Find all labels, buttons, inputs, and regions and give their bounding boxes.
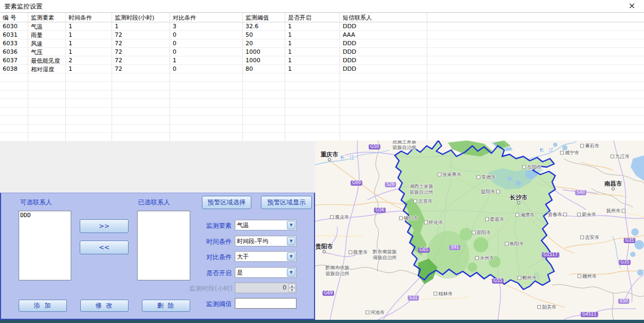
close-icon[interactable]: × xyxy=(629,1,635,11)
table-row[interactable] xyxy=(0,82,644,90)
table-row[interactable] xyxy=(0,99,644,107)
table-cell: 2 xyxy=(66,56,112,64)
city-marker-icon xyxy=(563,213,567,217)
enabled-select[interactable]: 是 ▼ xyxy=(235,267,296,278)
chevron-down-icon[interactable]: ▼ xyxy=(287,221,295,229)
table-row[interactable]: 6033风速1720201DDD xyxy=(0,39,644,48)
form-row-time-cond: 时间条件 时间段-平均 ▼ xyxy=(1,236,316,247)
title-bar: 要素监控设置 × xyxy=(0,0,644,12)
city-name: 益阳市 xyxy=(481,188,495,195)
table-cell xyxy=(340,133,427,141)
table-cell xyxy=(170,73,243,81)
city-name: 咸宁市 xyxy=(565,150,579,156)
window-title: 要素监控设置 xyxy=(4,2,43,11)
table-row[interactable]: 6037最低能见度272110001DDD xyxy=(0,56,644,65)
city-label: 九江市 xyxy=(611,153,630,160)
compare-select[interactable]: 大于 ▼ xyxy=(235,251,296,262)
table-cell: 1 xyxy=(285,65,340,73)
table-row[interactable] xyxy=(0,90,644,99)
city-marker-icon xyxy=(438,173,442,177)
table-row[interactable] xyxy=(0,107,644,116)
city-name: 黄石市 xyxy=(585,143,599,150)
table-row[interactable]: 6031雨量1720501AAA xyxy=(0,31,644,39)
table-cell: 72 xyxy=(112,56,170,64)
city-name: 黔东南苗族 侗族自治州 xyxy=(373,249,397,261)
time-cond-select[interactable]: 时间段-平均 ▼ xyxy=(235,236,296,246)
warning-area-select-button[interactable]: 预警区域选择 xyxy=(202,196,251,209)
chevron-down-icon[interactable]: ▼ xyxy=(287,237,295,245)
city-label: 岳阳市 xyxy=(522,164,541,171)
table-cell xyxy=(0,99,28,107)
city-label: 新余市 xyxy=(577,211,596,218)
period-spinner[interactable]: 0 ▲ ▼ xyxy=(235,283,296,293)
city-name: 抚州市 xyxy=(606,208,621,214)
table-row[interactable]: 6038相对湿度1720801DDD xyxy=(0,65,644,73)
table-cell xyxy=(112,133,170,141)
threshold-input[interactable] xyxy=(235,298,296,309)
city-name: 吉首市 xyxy=(418,198,433,205)
table-cell: 72 xyxy=(112,31,170,39)
chevron-down-icon[interactable]: ▼ xyxy=(287,268,295,277)
delete-button[interactable]: 删 除 xyxy=(142,300,190,312)
river-label: 长 江 xyxy=(539,147,555,154)
table-row[interactable] xyxy=(0,73,644,82)
spinner-up-icon[interactable]: ▲ xyxy=(289,284,295,288)
table-cell: 1 xyxy=(66,31,112,39)
modify-button[interactable]: 修 改 xyxy=(80,300,129,312)
table-cell xyxy=(285,133,340,141)
compare-label: 对比条件 xyxy=(189,253,232,262)
city-marker-icon xyxy=(366,311,369,314)
city-name: 贵阳市 xyxy=(316,243,333,251)
table-filler-cell xyxy=(427,13,644,22)
city-marker-icon xyxy=(537,305,541,309)
city-marker-icon xyxy=(578,275,581,278)
map-view[interactable]: 重庆市恩施土家族 苗族自治州黄石市咸宁市九江市岳阳市张家界市常德市南昌市湘西土家… xyxy=(315,140,644,320)
form-row-enabled: 是否开启 是 ▼ xyxy=(1,267,316,278)
city-label: 益阳市 xyxy=(481,188,500,195)
city-name: 黔南布依族 苗族自治州 xyxy=(326,265,350,277)
chevron-down-icon[interactable]: ▼ xyxy=(287,252,295,261)
warning-area-show-button[interactable]: 预警区域显示 xyxy=(261,196,312,209)
spinner-down-icon[interactable]: ▼ xyxy=(289,288,295,292)
table-cell: 1 xyxy=(285,31,340,39)
capital-city-label: 南昌市 xyxy=(605,180,622,188)
list-item[interactable]: DDD xyxy=(19,211,71,219)
city-name: 新余市 xyxy=(582,211,596,218)
table-cell xyxy=(243,90,285,98)
table-cell xyxy=(66,133,112,141)
table-cell xyxy=(112,73,170,81)
table-cell: 最低能见度 xyxy=(28,56,66,64)
city-marker-icon xyxy=(611,155,614,159)
road-badge: S50 xyxy=(618,299,629,304)
table-cell: 32.6 xyxy=(243,22,285,30)
table-cell xyxy=(28,73,66,81)
city-marker-icon xyxy=(477,176,480,179)
table-cell: 相对湿度 xyxy=(28,65,66,73)
city-marker-icon xyxy=(434,292,437,296)
capital-marker-icon xyxy=(612,187,615,191)
city-name: 怀化市 xyxy=(429,219,443,226)
city-marker-icon xyxy=(485,218,489,221)
table-row[interactable]: 6036气压172010001DDD xyxy=(0,48,644,56)
table-cell xyxy=(340,125,427,132)
city-marker-icon xyxy=(413,200,417,203)
table-row[interactable] xyxy=(0,125,644,133)
capital-marker-icon xyxy=(323,250,326,253)
city-label: 邵阳市 xyxy=(472,229,491,236)
table-cell xyxy=(170,107,243,115)
element-select[interactable]: 气温 ▼ xyxy=(235,220,296,230)
monitor-table[interactable]: 编 号监测要素时间条件监测时段(小时)对比条件监测阈值是否开启短信联系人6030… xyxy=(0,12,644,142)
edit-panel: 可选联系人 已选联系人 DDD >> << 预警区域选择 预警区域显示 监测要素… xyxy=(0,193,315,320)
road-badge: G56 xyxy=(374,208,386,213)
table-cell xyxy=(66,73,112,81)
table-filler-cell xyxy=(427,22,644,30)
table-row[interactable] xyxy=(0,116,644,125)
add-button[interactable]: 添 加 xyxy=(19,300,67,312)
table-header-cell: 编 号 xyxy=(0,13,28,22)
table-row[interactable]: 6030气温11332.61DDD xyxy=(0,22,644,31)
city-name: 韶关市 xyxy=(542,304,556,311)
table-cell: 6033 xyxy=(0,39,28,47)
table-cell xyxy=(28,99,66,107)
city-name: 衡阳市 xyxy=(510,241,524,247)
table-filler-cell xyxy=(427,107,644,115)
